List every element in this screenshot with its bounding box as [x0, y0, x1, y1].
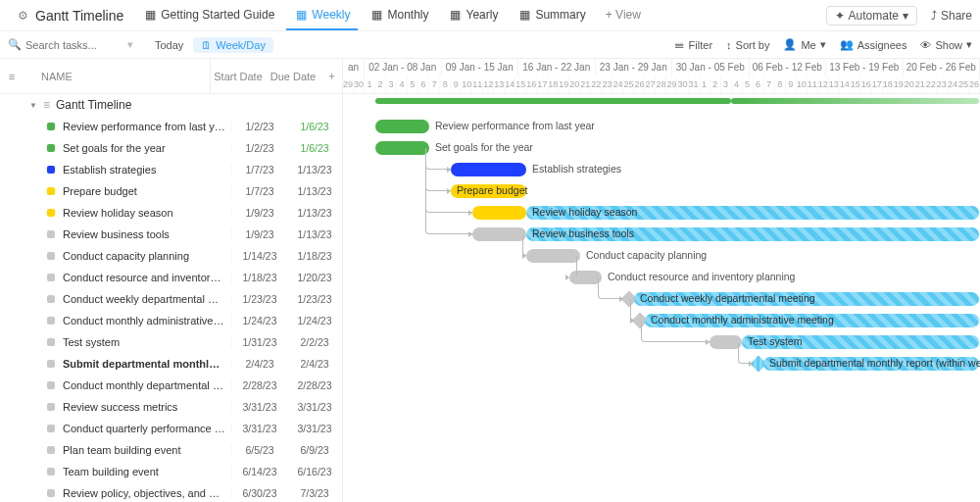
- column-due-date[interactable]: Due Date: [266, 59, 320, 93]
- day-header-cell: 20: [905, 76, 915, 94]
- task-row[interactable]: Review performance from last year1/2/231…: [0, 116, 342, 137]
- gantt-chart[interactable]: an02 Jan - 08 Jan09 Jan - 15 Jan16 Jan -…: [343, 59, 980, 502]
- task-row[interactable]: Conduct resource and inventory pl...1/18…: [0, 267, 342, 288]
- task-row[interactable]: Review success metrics3/31/233/31/23: [0, 396, 342, 418]
- automate-button[interactable]: ✦ Automate ▾: [826, 6, 917, 25]
- task-row[interactable]: Conduct monthly departmental m...2/28/23…: [0, 375, 342, 396]
- view-tab-summary[interactable]: ▦Summary: [510, 0, 593, 30]
- status-dot: [47, 425, 55, 432]
- task-row[interactable]: Team building event6/14/236/16/23: [0, 461, 342, 482]
- view-tab-weekly[interactable]: ▦Weekly: [286, 0, 358, 30]
- assignees-button[interactable]: 👥Assignees: [840, 38, 907, 51]
- day-header-cell: 27: [645, 76, 656, 94]
- gantt-bar[interactable]: [526, 249, 580, 263]
- view-tab-getting-started-guide[interactable]: ▦Getting Started Guide: [135, 0, 282, 30]
- day-header-cell: 16: [861, 76, 872, 94]
- task-group-row[interactable]: ▼ ≡ Gantt Timeline: [0, 94, 342, 116]
- status-dot: [47, 274, 55, 281]
- share-button[interactable]: ⤴ Share: [931, 9, 972, 23]
- status-dot: [47, 468, 55, 476]
- task-row[interactable]: Review holiday season1/9/231/13/23: [0, 202, 342, 224]
- column-settings-button[interactable]: ≡: [0, 59, 24, 93]
- task-row[interactable]: Establish strategies1/7/231/13/23: [0, 159, 342, 180]
- start-date: 1/7/23: [232, 164, 287, 176]
- day-header-cell: 17: [872, 76, 883, 94]
- due-date: 1/6/23: [287, 142, 342, 154]
- dependency-arrow: [706, 339, 710, 345]
- add-view-button[interactable]: + View: [598, 0, 649, 30]
- task-row[interactable]: Review policy, objectives, and busi...6/…: [0, 482, 342, 502]
- start-date: 1/18/23: [232, 272, 287, 283]
- column-name[interactable]: NAME: [24, 59, 211, 93]
- day-header-cell: 7: [429, 76, 440, 94]
- task-name: Review performance from last year: [63, 121, 232, 132]
- task-row[interactable]: Conduct monthly administrative m...1/24/…: [0, 310, 342, 331]
- dependency-line: [425, 148, 472, 234]
- task-row[interactable]: Submit departmental monthly re...2/4/232…: [0, 353, 342, 375]
- dependency-line: [641, 321, 710, 342]
- sortby-button[interactable]: ↕Sort by: [726, 39, 769, 51]
- status-dot: [47, 166, 55, 174]
- status-dot: [47, 381, 55, 389]
- week-header-cell: an: [343, 59, 365, 76]
- week-header-cell: 30 Jan - 05 Feb: [672, 59, 750, 76]
- task-row[interactable]: Review business tools1/9/231/13/23: [0, 224, 342, 245]
- search-input[interactable]: [25, 39, 123, 51]
- column-start-date[interactable]: Start Date: [211, 59, 266, 93]
- gantt-bar[interactable]: [375, 141, 429, 155]
- gantt-bar[interactable]: [472, 206, 526, 220]
- day-header-cell: 14: [840, 76, 851, 94]
- view-icon: ▦: [294, 8, 308, 22]
- gantt-bar[interactable]: [472, 227, 526, 241]
- task-name: Conduct capacity planning: [63, 250, 232, 262]
- task-row[interactable]: Set goals for the year1/2/231/6/23: [0, 137, 342, 159]
- automate-icon: ✦: [835, 9, 845, 23]
- day-header-cell: 8: [775, 76, 786, 94]
- toolbar: 🔍 ▾ Today 🗓 Week/Day ⩸Filter ↕Sort by 👤M…: [0, 31, 980, 59]
- task-row[interactable]: Plan team building event6/5/236/9/23: [0, 439, 342, 461]
- view-tab-monthly[interactable]: ▦Monthly: [362, 0, 436, 30]
- filter-button[interactable]: ⩸Filter: [674, 39, 712, 51]
- view-tab-yearly[interactable]: ▦Yearly: [441, 0, 507, 30]
- start-date: 1/9/23: [232, 207, 287, 219]
- task-row[interactable]: Test system1/31/232/2/23: [0, 331, 342, 353]
- day-header-cell: 24: [612, 76, 623, 94]
- add-column-button[interactable]: ＋: [320, 59, 342, 93]
- day-header-cell: 20: [569, 76, 580, 94]
- task-row[interactable]: Conduct weekly departmental me...1/23/23…: [0, 288, 342, 310]
- chevron-down-icon[interactable]: ▾: [127, 38, 133, 51]
- task-table: ≡ NAME Start Date Due Date ＋ ▼ ≡ Gantt T…: [0, 59, 343, 502]
- day-header-cell: 12: [818, 76, 829, 94]
- task-name: Review holiday season: [63, 207, 232, 219]
- task-row[interactable]: Conduct capacity planning1/14/231/18/23: [0, 245, 342, 267]
- gantt-bar[interactable]: [375, 120, 429, 133]
- today-button[interactable]: Today: [155, 39, 183, 51]
- task-row[interactable]: Conduct quarterly performance m...3/31/2…: [0, 418, 342, 439]
- day-header-cell: 4: [732, 76, 743, 94]
- dependency-line: [576, 256, 577, 277]
- day-header-cell: 4: [397, 76, 408, 94]
- gantt-bar-label: Review business tools: [532, 227, 634, 239]
- start-date: 1/9/23: [232, 228, 287, 240]
- group-title: Gantt Timeline: [56, 98, 131, 112]
- status-dot: [47, 338, 55, 346]
- me-button[interactable]: 👤Me ▾: [783, 38, 825, 51]
- weekday-toggle[interactable]: 🗓 Week/Day: [193, 37, 273, 53]
- task-name: Review success metrics: [63, 401, 232, 413]
- day-header-cell: 15: [851, 76, 861, 94]
- week-header-cell: 23 Jan - 29 Jan: [596, 59, 673, 76]
- workspace-title: ⚙ Gantt Timeline: [8, 8, 131, 24]
- status-dot: [47, 144, 55, 152]
- task-name: Establish strategies: [63, 164, 232, 176]
- task-name: Conduct monthly departmental m...: [63, 379, 232, 391]
- day-header-cell: 3: [386, 76, 397, 94]
- summary-bar[interactable]: [375, 98, 731, 104]
- due-date: 3/31/23: [287, 401, 342, 413]
- day-header-cell: 29: [343, 76, 354, 94]
- search-input-wrap[interactable]: 🔍 ▾: [8, 38, 145, 51]
- day-header-cell: 24: [948, 76, 958, 94]
- start-date: 1/24/23: [232, 315, 287, 326]
- show-button[interactable]: 👁Show ▾: [920, 38, 972, 51]
- task-row[interactable]: Prepare budget1/7/231/13/23: [0, 180, 342, 202]
- sort-icon: ↕: [726, 39, 732, 51]
